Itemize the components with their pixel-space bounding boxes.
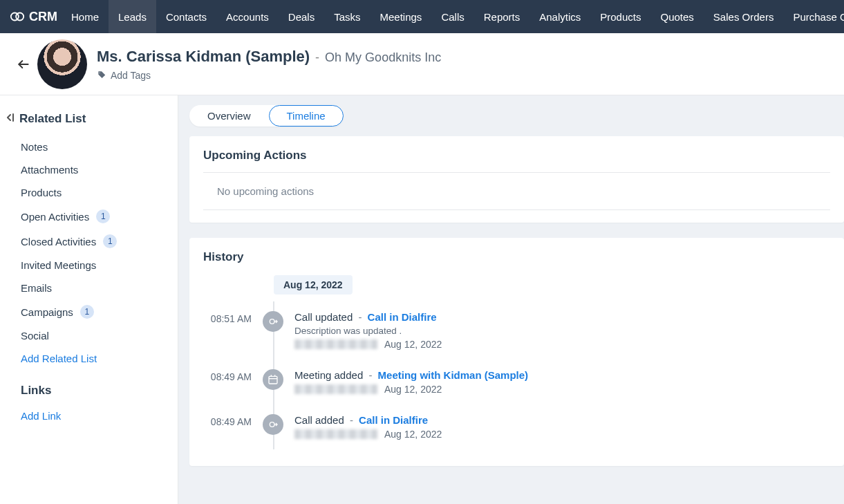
record-company: Oh My Goodknits Inc (325, 50, 441, 65)
content-area: Overview Timeline Upcoming Actions No up… (178, 95, 844, 504)
nav-item-purchase-orders[interactable]: Purchase Orders (783, 0, 844, 33)
nav-item-accounts[interactable]: Accounts (216, 0, 279, 33)
nav-item-label: Leads (118, 11, 147, 23)
sidebar-item-label: Notes (21, 141, 48, 153)
timeline-item-action: Meeting added (294, 369, 363, 381)
timeline-item-action: Call added (294, 414, 344, 426)
nav-item-meetings[interactable]: Meetings (371, 0, 432, 33)
nav-item-label: Home (71, 11, 99, 23)
nav-item-quotes[interactable]: Quotes (650, 0, 703, 33)
tab-overview[interactable]: Overview (189, 105, 269, 127)
add-related-list-button[interactable]: Add Related List (7, 347, 171, 370)
timeline-item-user-redacted (294, 384, 377, 394)
add-link-button[interactable]: Add Link (7, 404, 171, 427)
sidebar-item-attachments[interactable]: Attachments (7, 158, 171, 181)
nav-item-reports[interactable]: Reports (474, 0, 530, 33)
sidebar-item-label: Products (21, 187, 62, 198)
nav-item-label: Meetings (380, 11, 422, 23)
nav-item-label: Deals (288, 11, 315, 23)
nav-item-label: Accounts (226, 11, 269, 23)
record-title: Ms. Carissa Kidman (Sample) (97, 48, 310, 66)
nav-item-home[interactable]: Home (62, 0, 109, 33)
collapse-icon[interactable] (7, 112, 15, 126)
timeline-item-dash: - (347, 414, 356, 426)
nav-item-deals[interactable]: Deals (279, 0, 324, 33)
sidebar-item-campaigns[interactable]: Campaigns1 (7, 299, 171, 324)
history-heading: History (203, 250, 830, 264)
sidebar-item-social[interactable]: Social (7, 324, 171, 347)
timeline-item-link[interactable]: Call in Dialfire (368, 311, 437, 323)
view-tabs: Overview Timeline (189, 105, 344, 127)
nav-item-label: Calls (441, 11, 464, 23)
sidebar-item-label: Campaigns (21, 306, 73, 318)
nav-item-sales-orders[interactable]: Sales Orders (704, 0, 784, 33)
timeline-item-user-redacted (294, 429, 377, 439)
timeline-item-time: 08:51 AM (203, 311, 252, 324)
timeline-item-user-redacted (294, 339, 377, 349)
title-separator: - (315, 50, 319, 65)
nav-item-calls[interactable]: Calls (431, 0, 473, 33)
timeline-item: 08:51 AMCall updated - Call in DialfireD… (253, 301, 830, 360)
timeline-item-meta-date: Aug 12, 2022 (384, 429, 442, 440)
sidebar-item-products[interactable]: Products (7, 181, 171, 204)
nav-item-label: Tasks (334, 11, 360, 23)
related-list-heading: Related List (7, 112, 171, 126)
add-link-label: Add Link (21, 410, 61, 422)
history-card: History Aug 12, 2022 08:51 AMCall update… (189, 238, 844, 466)
nav-item-label: Products (600, 11, 641, 23)
nav-item-label: Reports (484, 11, 521, 23)
call-icon (268, 316, 279, 327)
sidebar-item-label: Attachments (21, 164, 78, 176)
brand: CRM (10, 9, 57, 24)
nav-item-tasks[interactable]: Tasks (324, 0, 370, 33)
timeline-item-link[interactable]: Call in Dialfire (359, 414, 428, 426)
nav-item-label: Quotes (660, 11, 693, 23)
timeline-item: 08:49 AMMeeting added - Meeting with Kid… (253, 360, 830, 404)
brand-logo-icon (10, 9, 25, 24)
back-button[interactable] (15, 56, 32, 73)
add-related-list-label: Add Related List (21, 353, 97, 364)
nav-item-label: Analytics (539, 11, 581, 23)
timeline-item-body: Call updated - Call in DialfireDescripti… (294, 311, 830, 350)
timeline-item-meta: Aug 12, 2022 (294, 339, 830, 350)
timeline-item-dash: - (355, 311, 364, 323)
upcoming-actions-card: Upcoming Actions No upcoming actions (189, 136, 844, 223)
add-tags-label: Add Tags (111, 70, 151, 81)
timeline-item-description: Description was updated . (294, 326, 830, 336)
sidebar-item-emails[interactable]: Emails (7, 277, 171, 299)
timeline-item-body: Call added - Call in DialfireAug 12, 202… (294, 414, 830, 440)
links-heading: Links (21, 384, 171, 398)
add-tags-button[interactable]: Add Tags (97, 70, 441, 81)
timeline-item-link[interactable]: Meeting with Kidman (Sample) (378, 369, 529, 381)
nav-item-contacts[interactable]: Contacts (156, 0, 216, 33)
svg-point-1 (16, 13, 24, 21)
sidebar-item-label: Emails (21, 282, 52, 294)
sidebar-item-invited-meetings[interactable]: Invited Meetings (7, 254, 171, 277)
sidebar-item-badge: 1 (103, 234, 117, 248)
timeline-item-meta: Aug 12, 2022 (294, 384, 830, 395)
nav-item-products[interactable]: Products (590, 0, 650, 33)
nav-item-label: Sales Orders (713, 11, 774, 23)
sidebar-item-notes[interactable]: Notes (7, 136, 171, 158)
timeline: Aug 12, 2022 08:51 AMCall updated - Call… (203, 272, 830, 449)
nav-item-leads[interactable]: Leads (109, 0, 156, 33)
sidebar-items: NotesAttachmentsProductsOpen Activities1… (7, 136, 171, 347)
record-header: Ms. Carissa Kidman (Sample) - Oh My Good… (0, 33, 844, 95)
avatar (37, 39, 87, 89)
upcoming-actions-heading: Upcoming Actions (203, 149, 830, 162)
sidebar: Related List NotesAttachmentsProductsOpe… (0, 95, 178, 504)
timeline-item: 08:49 AMCall added - Call in DialfireAug… (253, 404, 830, 449)
timeline-item-bullet (263, 369, 283, 390)
calendar-icon (268, 374, 279, 385)
sidebar-item-closed-activities[interactable]: Closed Activities1 (7, 229, 171, 254)
svg-point-10 (270, 422, 274, 427)
sidebar-item-open-activities[interactable]: Open Activities1 (7, 204, 171, 229)
upcoming-empty-text: No upcoming actions (203, 172, 830, 210)
top-nav: CRM HomeLeadsContactsAccountsDealsTasksM… (0, 0, 844, 33)
call-icon (268, 419, 279, 430)
nav-item-label: Contacts (166, 11, 207, 23)
nav-items: HomeLeadsContactsAccountsDealsTasksMeeti… (62, 0, 844, 33)
nav-item-analytics[interactable]: Analytics (529, 0, 590, 33)
sidebar-item-label: Social (21, 330, 49, 342)
tab-timeline[interactable]: Timeline (269, 105, 344, 127)
